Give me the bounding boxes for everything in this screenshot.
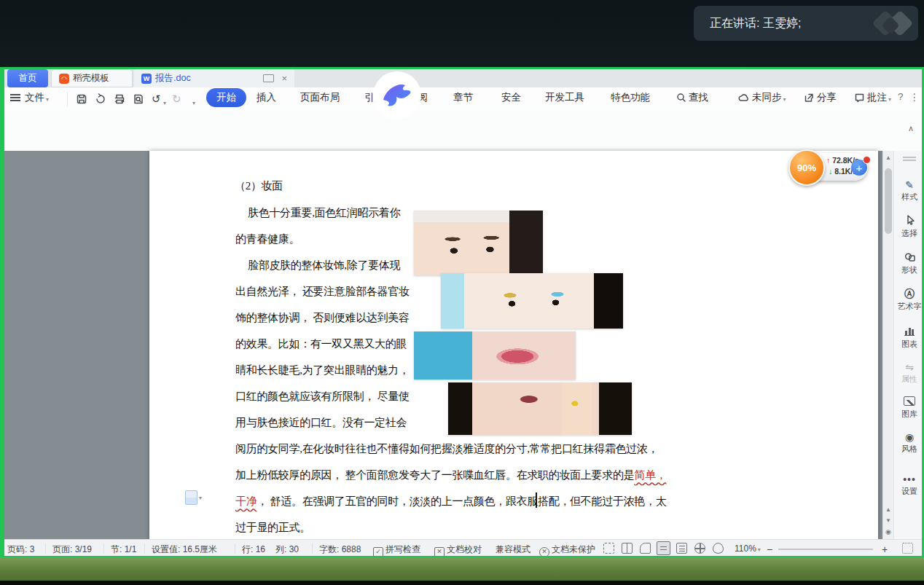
chart-icon <box>894 326 924 339</box>
xunlei-bird-overlay-icon[interactable] <box>373 71 421 119</box>
panel-item-select[interactable]: 选择 <box>894 215 924 239</box>
view-page-icon[interactable] <box>657 541 670 555</box>
status-setting: 设置值: 16.5厘米 <box>152 543 217 556</box>
more-icon[interactable]: ⋮ <box>909 91 920 103</box>
photo-eyes-closeup[interactable] <box>414 211 543 275</box>
text-line: 过于显的正式。 <box>235 521 310 535</box>
text-line: 干净， 舒适。在强调了五官的同时，淡淡的上一点颜色，跟衣服搭配，但不能过于浓艳，… <box>235 495 666 509</box>
photo-face-finger[interactable] <box>448 382 632 435</box>
text-cursor <box>536 492 537 508</box>
eye-protect-icon[interactable] <box>713 543 724 554</box>
view-outline-icon[interactable] <box>676 543 687 554</box>
text-line: 出自然光泽， 还要注意脸部各器官妆 <box>235 285 410 299</box>
docer-flame-icon: ◠ <box>59 74 69 84</box>
search-icon <box>676 93 686 103</box>
cloud-icon <box>737 93 750 103</box>
ribbon-tab-home[interactable]: 开始 <box>206 88 246 107</box>
panel-drag-handle[interactable] <box>903 157 916 158</box>
qat-more-icon[interactable] <box>191 95 195 108</box>
share-border <box>0 67 4 557</box>
ribbon-tab-find[interactable]: 查找 <box>676 91 708 104</box>
status-page: 页面: 3/19 <box>52 543 92 556</box>
view-read-icon[interactable] <box>622 543 633 554</box>
fit-page-icon[interactable] <box>902 543 913 554</box>
share-icon <box>804 93 815 103</box>
panel-item-settings[interactable]: •••设置 <box>894 473 924 497</box>
undo-icon[interactable]: ↺ <box>152 93 161 106</box>
panel-item-gallery[interactable]: 图库 <box>894 396 924 420</box>
print-icon[interactable] <box>114 93 125 108</box>
sliders-icon: ⇋ <box>894 361 924 374</box>
tab-templates[interactable]: ◠ 稻壳模板 <box>51 69 133 87</box>
panel-item-styles[interactable]: ✎样式 <box>894 178 924 203</box>
export-icon[interactable] <box>95 93 106 108</box>
prev-page-icon[interactable]: ▲ <box>885 506 892 513</box>
share-button[interactable]: 分享 <box>804 91 837 104</box>
text-line: 加上粉低较厚的原因， 整个面部愈发夸大了一张喋血红唇。在求职的妆面上要求的是简单… <box>235 468 666 482</box>
sync-status[interactable]: 未同步 <box>737 91 786 104</box>
share-border <box>0 556 924 557</box>
next-page-icon[interactable]: ▼ <box>885 517 892 524</box>
zoom-slider-track[interactable] <box>778 549 873 550</box>
status-section: 节: 1/1 <box>111 543 136 556</box>
window-tab-bar: 首页 ◠ 稻壳模板 W 报告.doc × + 1 路人甲 − × <box>0 67 924 87</box>
ribbon-tab-devtools[interactable]: 开发工具 <box>545 91 584 104</box>
pencil-icon: ✎ <box>894 178 924 192</box>
view-write-icon[interactable] <box>640 543 651 554</box>
tab-home[interactable]: 首页 <box>7 69 48 87</box>
spellcheck-margin-button[interactable] <box>185 490 207 504</box>
ribbon-menu-bar: 文件 ↺ ↻ 开始 插入 页面布局 引用 审阅 章节 安全 开发工具 特色功能 … <box>0 87 924 111</box>
save-icon[interactable] <box>76 93 87 108</box>
help-icon[interactable]: ? <box>898 91 904 102</box>
panel-item-theme[interactable]: ◉风格 <box>894 431 924 455</box>
redo-icon[interactable]: ↻ <box>172 93 181 106</box>
screen-edge <box>0 581 924 585</box>
zoom-level[interactable]: 110% <box>735 543 761 554</box>
zoom-in-button[interactable]: + <box>882 543 888 555</box>
text-line: 的青春健康。 <box>235 232 299 246</box>
view-fullscreen-icon[interactable] <box>603 543 614 554</box>
panel-item-wordart[interactable]: Ⓐ艺术字 <box>894 288 924 312</box>
compat-mode-label: 兼容模式 <box>496 543 530 556</box>
text-line: 阅历的女同学,在化妆时往往也不懂得如何把握淡雅适度的分寸,常常把口红抹得霜色过浓… <box>235 442 658 456</box>
photo-lips[interactable] <box>414 331 576 380</box>
comment-button[interactable]: 批注 <box>854 91 891 104</box>
tab-document[interactable]: W 报告.doc × <box>134 69 294 87</box>
notification-dot <box>863 156 871 164</box>
ribbon-tab-layout[interactable]: 页面布局 <box>300 91 340 104</box>
collapse-ribbon-icon[interactable]: ∧ <box>908 124 914 133</box>
panel-item-properties: ⇋属性 <box>894 361 924 385</box>
ribbon-tab-features[interactable]: 特色功能 <box>611 91 650 104</box>
scroll-up-icon[interactable]: ▲ <box>885 154 892 161</box>
image-icon <box>894 396 924 409</box>
close-tab-icon[interactable]: × <box>281 73 287 84</box>
accelerator-ball[interactable]: 90% <box>788 149 825 186</box>
photo-eyes-makeup[interactable] <box>441 273 623 329</box>
theme-icon: ◉ <box>894 431 924 444</box>
page-options-icon <box>185 490 197 505</box>
speaking-label: 正在讲话: 王雯婷; <box>710 16 801 31</box>
ribbon-tab-insert[interactable]: 插入 <box>257 91 276 104</box>
cast-icon[interactable] <box>263 74 274 82</box>
zoom-out-button[interactable]: − <box>767 543 772 555</box>
select-browse-icon[interactable]: ◉ <box>885 528 892 535</box>
shapes-icon <box>894 251 924 264</box>
status-page-no: 页码: 3 <box>7 543 34 556</box>
ribbon-tab-section[interactable]: 章节 <box>453 91 473 104</box>
comment-icon <box>854 93 865 103</box>
red-underlined-text: 干净 <box>235 495 257 507</box>
ribbon-toolbar: 粘贴 ✂ 剪切 ⧉ 复制 格式刷 宋体 五号 A⁺ A⁻ ◇ 文 B I U A… <box>0 111 924 152</box>
scrollbar-thumb[interactable] <box>885 168 892 234</box>
panel-item-shapes[interactable]: 形状 <box>894 251 924 275</box>
file-menu[interactable]: 文件 <box>10 91 49 104</box>
text-line: 脸部皮肤的整体妆饰,除了要体现 <box>248 259 400 272</box>
document-page[interactable]: （2）妆面 肤色十分重要,面色红润昭示着你 的青春健康。 脸部皮肤的整体妆饰,除… <box>149 151 878 539</box>
view-web-icon[interactable] <box>694 543 705 554</box>
vertical-scrollbar[interactable]: ▲ ▲ ▼ ◉ <box>882 151 893 539</box>
wordart-icon: Ⓐ <box>894 288 924 301</box>
text-line: 肤色十分重要,面色红润昭示着你 <box>248 206 400 220</box>
right-task-panel: ✎样式 选择 形状 Ⓐ艺术字 图表 ⇋属性 图库 ◉风格 •••设置 <box>893 151 924 539</box>
print-preview-icon[interactable] <box>133 93 144 108</box>
ribbon-tab-security[interactable]: 安全 <box>501 91 521 104</box>
panel-item-chart[interactable]: 图表 <box>894 326 924 350</box>
